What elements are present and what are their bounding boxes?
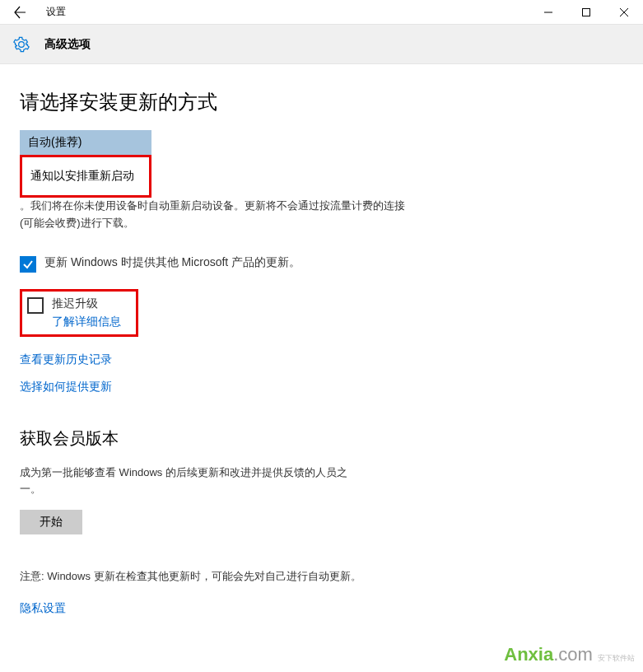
update-description: 。我们将在你未使用设备时自动重新启动设备。更新将不会通过按流量计费的连接(可能会…: [20, 198, 407, 232]
delivery-options-link[interactable]: 选择如何提供更新: [20, 380, 112, 394]
page-header: 高级选项: [0, 25, 643, 64]
gear-icon: [13, 36, 30, 53]
checkbox-checked-icon[interactable]: [20, 256, 36, 273]
insider-description: 成为第一批能够查看 Windows 的后续更新和改进并提供反馈的人员之一。: [20, 464, 366, 499]
update-history-link[interactable]: 查看更新历史记录: [20, 352, 112, 367]
defer-upgrade-box: 推迟升级 了解详细信息: [20, 289, 138, 337]
update-note: 注意: Windows 更新在检查其他更新时，可能会先对自己进行自动更新。: [20, 567, 382, 586]
checkbox-row-other-products[interactable]: 更新 Windows 时提供其他 Microsoft 产品的更新。: [20, 255, 623, 273]
dropdown-selected[interactable]: 自动(推荐): [20, 130, 151, 155]
titlebar: 设置: [0, 0, 643, 25]
window-title: 设置: [46, 5, 66, 19]
close-button[interactable]: [605, 0, 643, 25]
window-controls: [529, 0, 643, 25]
defer-label: 推迟升级: [52, 296, 121, 311]
checkbox-label-other-products: 更新 Windows 时提供其他 Microsoft 产品的更新。: [44, 255, 301, 270]
update-method-dropdown[interactable]: 自动(推荐) 通知以安排重新启动: [20, 130, 151, 155]
back-button[interactable]: [0, 0, 40, 25]
minimize-button[interactable]: [529, 0, 567, 25]
back-icon: [13, 6, 26, 19]
start-button[interactable]: 开始: [20, 510, 82, 534]
dropdown-option-notify[interactable]: 通知以安排重新启动: [20, 155, 151, 198]
svg-rect-1: [583, 8, 590, 16]
privacy-link[interactable]: 隐私设置: [20, 601, 66, 616]
maximize-button[interactable]: [567, 0, 605, 25]
defer-learn-more-link[interactable]: 了解详细信息: [52, 315, 121, 329]
close-icon: [620, 8, 628, 16]
checkmark-icon: [22, 259, 34, 270]
watermark: Anxia.com 安下软件站: [504, 644, 635, 665]
checkbox-defer[interactable]: [27, 297, 44, 314]
maximize-icon: [582, 8, 590, 16]
minimize-icon: [544, 8, 552, 16]
content: 请选择安装更新的方式 自动(推荐) 通知以安排重新启动 。我们将在你未使用设备时…: [0, 64, 643, 628]
section-heading-update-method: 请选择安装更新的方式: [20, 89, 623, 115]
section-heading-insider: 获取会员版本: [20, 427, 623, 450]
page-title: 高级选项: [44, 37, 91, 52]
